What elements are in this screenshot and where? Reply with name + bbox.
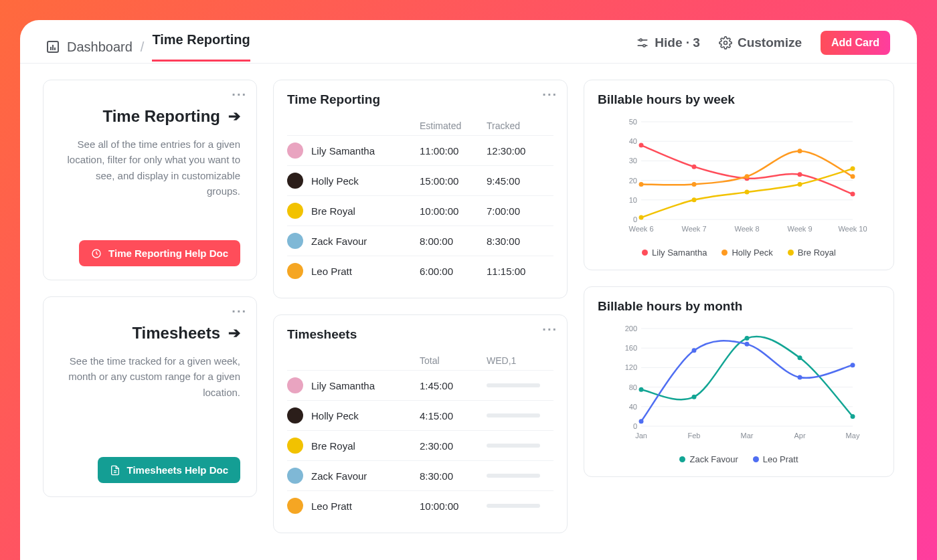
cell-total: 8:30:00 bbox=[420, 470, 487, 482]
svg-text:Jan: Jan bbox=[635, 432, 647, 440]
content-grid: ··· Time Reporting ➔ See all of the time… bbox=[20, 64, 917, 560]
breadcrumb: Dashboard / Time Reporting bbox=[47, 32, 250, 62]
help-doc-button-timesheets[interactable]: Timesheets Help Doc bbox=[98, 457, 240, 483]
clock-icon bbox=[91, 248, 102, 259]
svg-text:80: 80 bbox=[629, 383, 637, 391]
svg-point-66 bbox=[851, 363, 855, 367]
line-chart-month: 04080120160200JanFebMarAprMay bbox=[598, 322, 880, 442]
table-row[interactable]: Leo Pratt 10:00:00 bbox=[287, 490, 553, 521]
person-name: Bre Royal bbox=[311, 440, 355, 452]
svg-point-29 bbox=[851, 192, 855, 197]
person-name: Holly Peck bbox=[311, 175, 359, 187]
avatar bbox=[287, 438, 303, 454]
table-row[interactable]: Lily Samantha 11:00:00 12:30:00 bbox=[287, 135, 553, 165]
table-row[interactable]: Holly Peck 4:15:00 bbox=[287, 400, 553, 430]
table-row[interactable]: Bre Royal 10:00:00 7:00:00 bbox=[287, 195, 553, 225]
svg-text:Week 10: Week 10 bbox=[838, 225, 867, 233]
table-row[interactable]: Holly Peck 15:00:00 9:45:00 bbox=[287, 165, 553, 195]
arrow-right-icon[interactable]: ➔ bbox=[228, 324, 240, 342]
info-desc: See all of the time entries for a given … bbox=[60, 136, 240, 199]
table-row[interactable]: Lily Samantha 1:45:00 bbox=[287, 370, 553, 400]
svg-point-63 bbox=[692, 348, 697, 353]
card-title: Timesheets bbox=[287, 327, 553, 342]
customize-label: Customize bbox=[738, 35, 802, 50]
cell-bar bbox=[487, 474, 553, 478]
help-doc-button-time-reporting[interactable]: Time Reporting Help Doc bbox=[79, 240, 240, 266]
person-name: Zack Favour bbox=[311, 470, 367, 482]
customize-button[interactable]: Customize bbox=[719, 35, 802, 50]
help-doc-label: Time Reporting Help Doc bbox=[108, 248, 228, 259]
svg-point-59 bbox=[745, 336, 750, 341]
chart-card-week: Billable hours by week 01020304050Week 6… bbox=[584, 80, 894, 270]
svg-point-4 bbox=[723, 41, 727, 45]
breadcrumb-root[interactable]: Dashboard bbox=[67, 39, 133, 55]
chart-legend: Lily SamanthaHolly PeckBre Royal bbox=[598, 248, 880, 258]
card-more-button[interactable]: ··· bbox=[542, 87, 558, 102]
cell-bar bbox=[487, 504, 553, 508]
arrow-right-icon[interactable]: ➔ bbox=[228, 108, 240, 125]
col-total: Total bbox=[420, 355, 487, 366]
cell-total: 1:45:00 bbox=[420, 380, 487, 391]
add-card-button[interactable]: Add Card bbox=[821, 31, 890, 55]
svg-point-58 bbox=[692, 395, 697, 399]
table-row[interactable]: Zack Favour 8:00:00 8:30:00 bbox=[287, 225, 553, 256]
gear-icon bbox=[719, 36, 732, 50]
svg-point-33 bbox=[798, 149, 802, 153]
cell-tracked: 9:45:00 bbox=[487, 175, 553, 187]
avatar bbox=[287, 377, 303, 393]
svg-text:20: 20 bbox=[629, 177, 637, 185]
svg-point-30 bbox=[639, 182, 644, 187]
cell-total: 2:30:00 bbox=[420, 440, 487, 452]
card-more-button[interactable]: ··· bbox=[232, 87, 247, 102]
person-name: Bre Royal bbox=[311, 205, 355, 217]
svg-text:May: May bbox=[846, 432, 860, 440]
svg-text:30: 30 bbox=[629, 157, 637, 165]
col-day: WED,1 bbox=[487, 355, 553, 366]
legend-item: Lily Samantha bbox=[642, 248, 707, 258]
hide-label: Hide · 3 bbox=[655, 35, 700, 50]
col-estimated: Estimated bbox=[420, 120, 487, 131]
svg-point-1 bbox=[640, 39, 642, 41]
hide-button[interactable]: Hide · 3 bbox=[636, 35, 700, 50]
avatar bbox=[287, 203, 303, 219]
breadcrumb-separator: / bbox=[141, 39, 145, 55]
cell-bar bbox=[487, 383, 553, 387]
info-title: Time Reporting ➔ bbox=[60, 107, 240, 126]
cell-tracked: 12:30:00 bbox=[487, 145, 553, 157]
svg-text:10: 10 bbox=[629, 196, 637, 204]
svg-point-65 bbox=[798, 375, 802, 380]
card-more-button[interactable]: ··· bbox=[232, 304, 247, 319]
svg-point-34 bbox=[851, 174, 855, 179]
legend-item: Holly Peck bbox=[721, 248, 772, 258]
dashboard-icon bbox=[47, 41, 59, 53]
card-more-button[interactable]: ··· bbox=[542, 322, 558, 337]
table-row[interactable]: Zack Favour 8:30:00 bbox=[287, 460, 553, 490]
avatar bbox=[287, 263, 303, 279]
cell-bar bbox=[487, 444, 553, 448]
table-row[interactable]: Leo Pratt 6:00:00 11:15:00 bbox=[287, 256, 553, 286]
svg-point-64 bbox=[745, 342, 750, 347]
svg-text:40: 40 bbox=[629, 137, 637, 145]
cell-estimated: 8:00:00 bbox=[420, 236, 487, 247]
topbar: Dashboard / Time Reporting Hide · 3 Cust… bbox=[20, 20, 917, 64]
svg-text:50: 50 bbox=[629, 118, 637, 126]
svg-point-26 bbox=[692, 165, 697, 169]
table-row[interactable]: Bre Royal 2:30:00 bbox=[287, 430, 553, 460]
svg-text:Mar: Mar bbox=[741, 432, 754, 440]
legend-item: Leo Pratt bbox=[753, 454, 798, 464]
col-tracked: Tracked bbox=[487, 120, 553, 131]
chart-card-month: Billable hours by month 04080120160200Ja… bbox=[584, 286, 894, 477]
line-chart-week: 01020304050Week 6Week 7Week 8Week 9Week … bbox=[598, 115, 880, 236]
app-window: Dashboard / Time Reporting Hide · 3 Cust… bbox=[20, 20, 917, 560]
svg-text:0: 0 bbox=[633, 215, 637, 223]
chart-title: Billable hours by month bbox=[598, 299, 880, 314]
svg-text:Week 6: Week 6 bbox=[628, 225, 653, 233]
svg-point-31 bbox=[692, 182, 697, 187]
person-name: Leo Pratt bbox=[311, 266, 352, 277]
person-name: Leo Pratt bbox=[311, 500, 352, 512]
cell-tracked: 11:15:00 bbox=[487, 266, 553, 277]
cell-estimated: 15:00:00 bbox=[420, 175, 487, 187]
person-name: Zack Favour bbox=[311, 236, 367, 247]
cell-bar bbox=[487, 413, 553, 417]
cell-estimated: 10:00:00 bbox=[420, 205, 487, 217]
